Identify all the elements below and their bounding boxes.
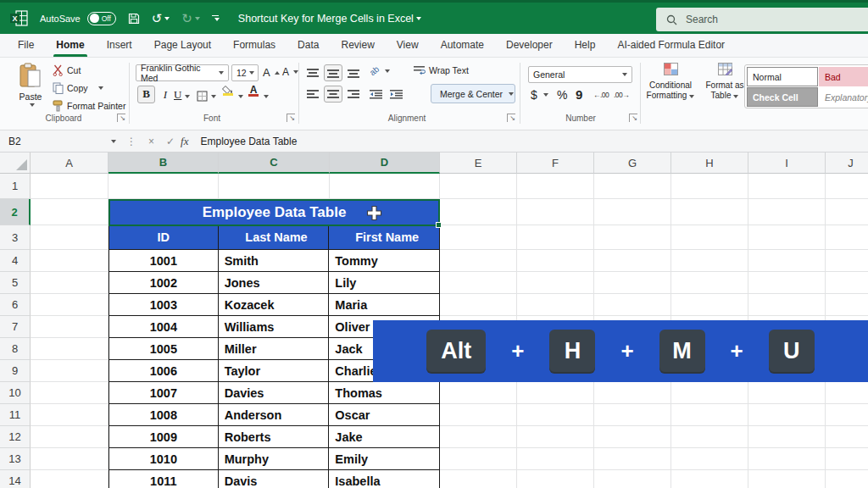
row-header-13[interactable]: 13 [0, 448, 31, 470]
row-header-12[interactable]: 12 [0, 426, 31, 448]
merged-title-cell-B2[interactable]: Employee Data Table [109, 200, 439, 225]
table-cell[interactable]: Miller [219, 338, 330, 359]
table-cell[interactable]: Williams [219, 316, 330, 337]
table-cell[interactable]: 1001 [109, 250, 219, 271]
table-cell[interactable]: 1011 [109, 470, 219, 488]
cell-style-explanatory[interactable]: Explanatory [819, 87, 868, 107]
row-header-2[interactable]: 2 [0, 199, 31, 225]
middle-align-button[interactable] [324, 64, 342, 81]
save-button[interactable] [128, 13, 140, 25]
row-header-3[interactable]: 3 [0, 225, 31, 250]
table-cell[interactable]: Anderson [219, 404, 330, 425]
table-cell[interactable]: Tommy [329, 250, 439, 271]
decrease-indent-button[interactable] [366, 86, 385, 103]
row-header-7[interactable]: 7 [0, 316, 31, 338]
cut-button[interactable]: Cut [53, 64, 125, 76]
table-cell[interactable]: Murphy [219, 448, 330, 469]
redo-dropdown-icon[interactable] [195, 17, 200, 20]
center-button[interactable] [324, 86, 342, 103]
tab-review[interactable]: Review [330, 34, 385, 57]
cancel-icon[interactable]: × [148, 136, 154, 147]
underline-dropdown-icon[interactable] [185, 95, 190, 98]
table-cell[interactable]: 1003 [109, 294, 219, 315]
table-cell[interactable]: Jones [219, 272, 330, 293]
percent-style-button[interactable]: % [557, 88, 567, 102]
table-cell[interactable]: Maria [329, 294, 439, 315]
grow-font-button[interactable]: A [263, 66, 280, 79]
bottom-align-button[interactable] [344, 64, 363, 81]
table-cell[interactable]: Davies [219, 382, 330, 403]
table-cell[interactable]: 1004 [109, 316, 219, 337]
font-color-button[interactable]: A [248, 86, 259, 103]
increase-decimal-button[interactable]: ←.00 [593, 91, 609, 99]
table-cell[interactable]: Isabella [329, 470, 439, 488]
font-dialog-launcher[interactable]: ↘ [287, 114, 295, 122]
paste-dropdown-icon[interactable] [30, 103, 35, 107]
row-header-1[interactable]: 1 [0, 174, 31, 199]
search-input[interactable]: Search [656, 8, 868, 31]
paste-button[interactable]: Paste [12, 63, 49, 107]
alignment-dialog-launcher[interactable]: ↘ [507, 114, 515, 122]
table-cell[interactable]: Taylor [219, 360, 330, 381]
document-title[interactable]: Shortcut Key for Merge Cells in Excel [238, 13, 421, 25]
tab-page-layout[interactable]: Page Layout [143, 34, 222, 57]
table-cell[interactable]: Smith [219, 250, 330, 271]
insert-function-button[interactable]: fx [181, 135, 188, 148]
column-header-a[interactable]: A [31, 152, 108, 174]
decrease-decimal-button[interactable]: .00→ [614, 91, 629, 99]
copy-dropdown-icon[interactable] [98, 86, 103, 90]
tab-developer[interactable]: Developer [495, 34, 564, 57]
column-header-d[interactable]: D [330, 152, 440, 174]
row-header-6[interactable]: 6 [0, 294, 31, 316]
accounting-format-button[interactable]: $ [531, 88, 548, 102]
borders-button[interactable] [197, 86, 216, 103]
enter-icon[interactable]: ✓ [166, 136, 175, 147]
comma-style-button[interactable]: 9 [576, 87, 582, 102]
table-cell[interactable]: 1002 [109, 272, 219, 293]
table-cell[interactable]: Kozacek [219, 294, 330, 315]
align-left-button[interactable] [303, 86, 322, 103]
row-header-11[interactable]: 11 [0, 404, 31, 426]
underline-button[interactable]: U [174, 86, 190, 103]
column-header-c[interactable]: C [219, 152, 330, 174]
tab-view[interactable]: View [386, 34, 430, 57]
column-header-h[interactable]: H [671, 152, 748, 174]
copy-button[interactable]: Copy [53, 82, 125, 94]
table-cell[interactable]: 1007 [109, 382, 219, 403]
tab-insert[interactable]: Insert [96, 34, 143, 57]
selection-fill-handle[interactable] [436, 222, 442, 228]
autosave-toggle[interactable]: Off [87, 12, 116, 25]
table-cell[interactable]: Lily [329, 272, 439, 293]
table-cell[interactable]: Davis [219, 470, 330, 488]
number-format-select[interactable]: General [528, 66, 632, 83]
cell-style-bad[interactable]: Bad [819, 67, 868, 86]
name-box[interactable]: B2 [0, 136, 108, 147]
undo-button[interactable]: ↺ [152, 12, 170, 25]
orientation-button[interactable]: ab [370, 66, 390, 75]
tab-help[interactable]: Help [564, 34, 607, 57]
table-cell[interactable]: Emily [329, 448, 439, 469]
number-dialog-launcher[interactable]: ↘ [629, 114, 637, 122]
row-header-14[interactable]: 14 [0, 470, 31, 488]
table-cell[interactable]: 1005 [109, 338, 219, 359]
cell-style-normal[interactable]: Normal [747, 67, 818, 86]
table-cell[interactable]: 1010 [109, 448, 219, 469]
borders-dropdown-icon[interactable] [211, 95, 216, 98]
bold-button[interactable]: B [137, 86, 155, 103]
tab-file[interactable]: File [7, 34, 45, 57]
table-header-cell[interactable]: ID [109, 225, 219, 249]
top-align-button[interactable] [303, 64, 322, 81]
row-header-5[interactable]: 5 [0, 272, 31, 294]
merge-and-center-button[interactable]: Merge & Center [431, 84, 515, 103]
column-header-i[interactable]: I [748, 152, 826, 174]
cell-style-check-cell[interactable]: Check Cell [747, 87, 818, 107]
column-header-e[interactable]: E [440, 152, 517, 174]
clipboard-dialog-launcher[interactable]: ↘ [117, 114, 125, 122]
table-cell[interactable]: 1008 [109, 404, 219, 425]
column-header-g[interactable]: G [594, 152, 671, 174]
font-name-select[interactable]: Franklin Gothic Med [136, 64, 229, 81]
font-size-select[interactable]: 12 [231, 64, 259, 81]
row-header-9[interactable]: 9 [0, 360, 31, 382]
redo-button[interactable]: ↻ [181, 12, 200, 25]
select-all-corner[interactable] [0, 152, 31, 174]
